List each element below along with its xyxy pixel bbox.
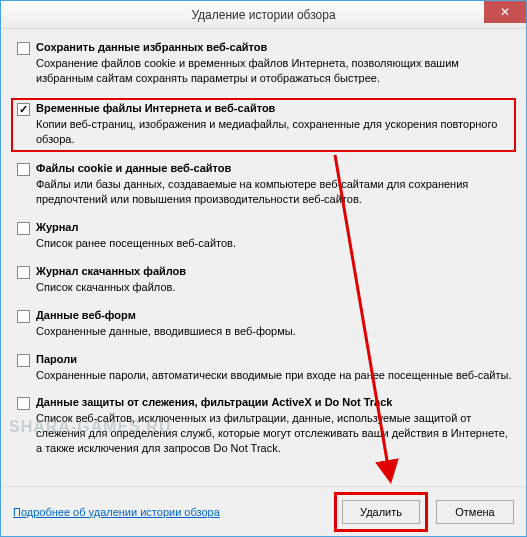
option-tracking-protection: Данные защиты от слежения, фильтрации Ac… [13, 394, 514, 460]
option-head: Данные защиты от слежения, фильтрации Ac… [15, 396, 512, 410]
option-label: Файлы cookie и данные веб-сайтов [36, 162, 231, 174]
option-history: ЖурналСписок ранее посещенных веб-сайтов… [13, 219, 514, 255]
delete-button[interactable]: Удалить [342, 500, 420, 524]
option-description: Сохранение файлов cookie и временных фай… [36, 56, 512, 86]
option-description: Файлы или базы данных, создаваемые на ко… [36, 177, 512, 207]
footer-buttons: Удалить Отмена [334, 492, 514, 532]
option-label: Сохранить данные избранных веб-сайтов [36, 41, 267, 53]
checkbox-passwords[interactable] [17, 354, 30, 367]
option-head: Сохранить данные избранных веб-сайтов [15, 41, 512, 55]
close-button[interactable]: ✕ [484, 1, 526, 23]
option-description: Список веб-сайтов, исключенных из фильтр… [36, 411, 512, 456]
checkbox-history[interactable] [17, 222, 30, 235]
option-temp-internet-files: Временные файлы Интернета и веб-сайтовКо… [11, 98, 516, 153]
checkbox-form-data[interactable] [17, 310, 30, 323]
footer: Подробнее об удалении истории обзора Уда… [1, 486, 526, 536]
option-passwords: ПаролиСохраненные пароли, автоматически … [13, 351, 514, 387]
option-head: Пароли [15, 353, 512, 367]
option-label: Журнал скачанных файлов [36, 265, 186, 277]
option-label: Данные веб-форм [36, 309, 136, 321]
option-head: Данные веб-форм [15, 309, 512, 323]
titlebar: Удаление истории обзора ✕ [1, 1, 526, 29]
dialog-window: Удаление истории обзора ✕ Сохранить данн… [0, 0, 527, 537]
option-head: Временные файлы Интернета и веб-сайтов [15, 102, 512, 116]
option-description: Список ранее посещенных веб-сайтов. [36, 236, 512, 251]
about-deleting-link[interactable]: Подробнее об удалении истории обзора [13, 506, 220, 518]
option-description: Сохраненные данные, вводившиеся в веб-фо… [36, 324, 512, 339]
option-description: Сохраненные пароли, автоматически вводим… [36, 368, 512, 383]
option-label: Журнал [36, 221, 78, 233]
option-download-history: Журнал скачанных файловСписок скачанных … [13, 263, 514, 299]
option-description: Копии веб-страниц, изображения и медиафа… [36, 117, 512, 147]
option-cookies: Файлы cookie и данные веб-сайтовФайлы ил… [13, 160, 514, 211]
delete-button-highlight: Удалить [334, 492, 428, 532]
cancel-button[interactable]: Отмена [436, 500, 514, 524]
option-head: Журнал [15, 221, 512, 235]
close-icon: ✕ [500, 5, 510, 19]
window-title: Удаление истории обзора [191, 8, 335, 22]
content-area: Сохранить данные избранных веб-сайтовСох… [1, 29, 526, 486]
option-label: Пароли [36, 353, 77, 365]
option-head: Журнал скачанных файлов [15, 265, 512, 279]
option-preserve-favorites: Сохранить данные избранных веб-сайтовСох… [13, 39, 514, 90]
checkbox-cookies[interactable] [17, 163, 30, 176]
option-description: Список скачанных файлов. [36, 280, 512, 295]
option-form-data: Данные веб-формСохраненные данные, вводи… [13, 307, 514, 343]
option-label: Временные файлы Интернета и веб-сайтов [36, 102, 275, 114]
checkbox-temp-internet-files[interactable] [17, 103, 30, 116]
option-head: Файлы cookie и данные веб-сайтов [15, 162, 512, 176]
checkbox-tracking-protection[interactable] [17, 397, 30, 410]
checkbox-download-history[interactable] [17, 266, 30, 279]
checkbox-preserve-favorites[interactable] [17, 42, 30, 55]
option-label: Данные защиты от слежения, фильтрации Ac… [36, 396, 392, 408]
